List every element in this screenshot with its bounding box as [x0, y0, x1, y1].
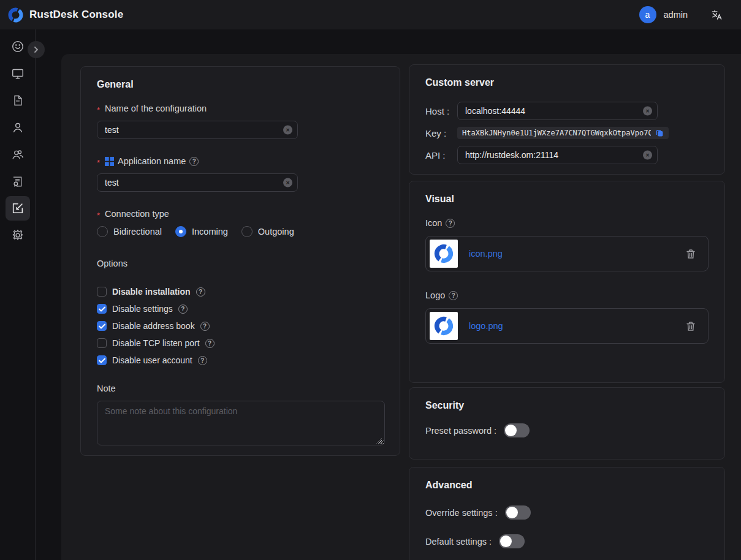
icon-label: Icon [425, 218, 709, 228]
config-name-field-wrap [97, 121, 298, 139]
help-icon[interactable] [446, 219, 455, 228]
checkbox-box [97, 304, 107, 314]
key-value-box: HtaXBkJNHyn0e1U1jWXze7A7CN7QTGWqxkOtpaVp… [457, 127, 669, 139]
connection-type-label: Connection type [97, 209, 384, 219]
help-icon[interactable] [449, 291, 458, 300]
security-card: Security Preset password : [409, 387, 725, 460]
main-content: General Name of the configuration [61, 54, 741, 560]
checkbox-disable-tcp-listen-port[interactable]: Disable TCP listen port [97, 338, 384, 348]
trash-icon[interactable] [686, 321, 696, 331]
users-icon [11, 148, 25, 161]
config-name-label: Name of the configuration [97, 104, 384, 113]
help-icon[interactable] [198, 356, 207, 365]
api-label: API : [425, 150, 457, 161]
monitor-icon [11, 67, 25, 80]
top-bar: RustDesk Console a admin [0, 0, 741, 29]
translate-icon[interactable] [711, 9, 723, 21]
radio-bidirectional[interactable]: Bidirectional [97, 226, 162, 237]
key-value: HtaXBkJNHyn0e1U1jWXze7A7CN7QTGWqxkOtpaVp… [462, 129, 651, 137]
radio-outgoing[interactable]: Outgoing [241, 226, 294, 237]
logo-label: Logo [425, 290, 709, 300]
clear-icon[interactable] [643, 151, 652, 160]
advanced-card: Advanced Override settings : Default set… [409, 467, 725, 560]
sidebar-item-dashboard[interactable] [6, 34, 30, 59]
sidebar-expand-button[interactable] [28, 41, 45, 58]
application-name-label: Application name [97, 156, 384, 166]
options-label: Options [97, 259, 384, 268]
logo-thumbnail [430, 312, 458, 340]
override-settings-toggle[interactable] [505, 505, 531, 520]
rustdesk-logo-icon [7, 7, 24, 23]
app-title: RustDesk Console [29, 9, 123, 21]
edit-icon [11, 202, 25, 215]
config-name-input[interactable] [97, 121, 298, 139]
logo-file-link[interactable]: logo.png [469, 321, 503, 331]
username[interactable]: admin [664, 10, 688, 20]
general-card: General Name of the configuration [80, 66, 400, 456]
sidebar-item-users[interactable] [6, 115, 30, 140]
clear-icon[interactable] [643, 107, 652, 116]
icon-thumbnail [430, 240, 458, 268]
radio-dot [97, 226, 108, 237]
checkbox-box [97, 355, 107, 365]
checkbox-disable-address-book[interactable]: Disable address book [97, 321, 384, 331]
help-icon[interactable] [200, 322, 210, 331]
default-settings-toggle[interactable] [499, 534, 525, 548]
note-label: Note [97, 384, 384, 393]
visual-title: Visual [425, 194, 709, 205]
note-field-wrap [97, 401, 384, 448]
custom-server-title: Custom server [425, 77, 709, 88]
sidebar-item-audit[interactable] [6, 169, 30, 194]
copy-icon[interactable] [655, 129, 664, 137]
clear-icon[interactable] [283, 178, 292, 187]
visual-card: Visual Icon icon.png [409, 181, 725, 383]
preset-password-label: Preset password : [425, 426, 496, 436]
sidebar-item-documents[interactable] [6, 88, 30, 113]
sidebar-item-groups[interactable] [6, 142, 30, 167]
brand: RustDesk Console [7, 7, 123, 23]
icon-file-box: icon.png [425, 236, 709, 271]
checkbox-box [97, 338, 107, 348]
default-settings-label: Default settings : [425, 537, 492, 547]
preset-password-toggle[interactable] [504, 423, 530, 437]
avatar[interactable]: a [639, 6, 656, 23]
security-title: Security [425, 400, 709, 411]
gear-icon [11, 229, 25, 242]
audit-log-icon [11, 175, 24, 188]
help-icon[interactable] [205, 339, 215, 348]
checkbox-box [97, 321, 107, 331]
api-row: API : [425, 146, 709, 164]
application-name-input[interactable] [97, 173, 298, 192]
note-textarea[interactable] [97, 401, 385, 445]
options-list: Disable installation Disable settings [97, 285, 384, 367]
checkbox-disable-user-account[interactable]: Disable user account [97, 355, 384, 365]
trash-icon[interactable] [686, 249, 696, 259]
custom-server-card: Custom server Host : Key : HtaXBkJNHyn0e… [409, 64, 725, 175]
checkbox-disable-installation[interactable]: Disable installation [97, 287, 384, 297]
default-settings-row: Default settings : [425, 534, 709, 548]
application-name-field-wrap [97, 173, 298, 192]
icon-file-link[interactable]: icon.png [469, 249, 503, 259]
host-input[interactable] [457, 102, 658, 120]
connection-type-group: Bidirectional Incoming Outgoing [97, 226, 384, 237]
sidebar-item-devices[interactable] [6, 61, 30, 86]
sidebar-item-settings[interactable] [6, 223, 30, 248]
override-settings-row: Override settings : [425, 505, 709, 520]
help-icon[interactable] [196, 287, 205, 297]
help-icon[interactable] [189, 157, 199, 166]
smiley-icon [11, 40, 25, 53]
document-icon [12, 94, 24, 107]
user-icon [11, 121, 25, 134]
radio-incoming[interactable]: Incoming [175, 226, 228, 237]
help-icon[interactable] [178, 305, 188, 314]
windows-logo-icon [105, 157, 114, 166]
clear-icon[interactable] [283, 126, 292, 135]
key-row: Key : HtaXBkJNHyn0e1U1jWXze7A7CN7QTGWqxk… [425, 127, 709, 139]
preset-password-row: Preset password : [425, 423, 709, 437]
override-settings-label: Override settings : [425, 508, 498, 518]
checkbox-box [97, 287, 107, 297]
chevron-right-icon [32, 46, 40, 53]
api-input[interactable] [457, 146, 658, 164]
sidebar-item-custom-clients[interactable] [6, 196, 30, 221]
checkbox-disable-settings[interactable]: Disable settings [97, 304, 384, 314]
